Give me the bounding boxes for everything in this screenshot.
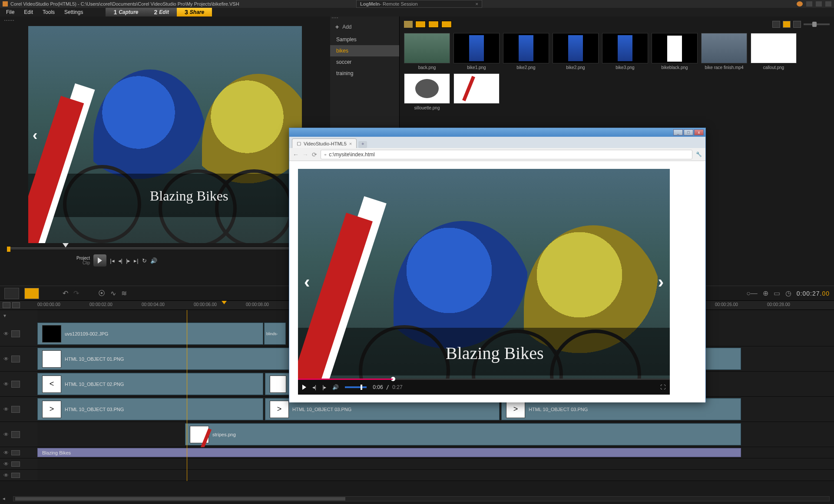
- logmein-close-icon[interactable]: ×: [476, 1, 478, 7]
- video-fullscreen-icon[interactable]: ⛶: [660, 384, 665, 390]
- thumb-back[interactable]: back.png: [404, 33, 450, 70]
- track-visibility-icon[interactable]: 👁: [3, 472, 9, 478]
- step-share[interactable]: 3 Share: [177, 8, 212, 16]
- playhead-line[interactable]: [187, 310, 187, 481]
- timeline-view-button[interactable]: [24, 288, 39, 299]
- clip-overlay-2b[interactable]: [265, 373, 291, 395]
- preview-monitor[interactable]: Blazing Bikes ‹: [28, 26, 302, 243]
- subtitle-icon[interactable]: ≋: [121, 289, 127, 297]
- corel-logo-icon[interactable]: [797, 1, 803, 7]
- menu-settings[interactable]: Settings: [60, 8, 87, 16]
- video-play-icon[interactable]: [302, 385, 306, 390]
- view-list-icon[interactable]: [772, 21, 780, 28]
- html5-video-player[interactable]: Blazing Bikes ‹ › ◂| |▸ 🔊 0:06 / 0:27 ⛶: [298, 169, 670, 395]
- menu-edit[interactable]: Edit: [20, 8, 37, 16]
- preview-prev-icon[interactable]: ‹: [33, 126, 37, 143]
- track-visibility-icon[interactable]: 👁: [3, 450, 9, 456]
- folder-icon[interactable]: [404, 21, 413, 28]
- media-tab-audio[interactable]: [441, 21, 452, 28]
- prev-frame-button[interactable]: ◂|: [118, 257, 122, 264]
- thumb-stripe[interactable]: [453, 73, 500, 110]
- clip-overlay-2a[interactable]: <HTML 10_OBJECT 02.PNG: [37, 373, 263, 395]
- clip-overlay-3a[interactable]: >HTML 10_OBJECT 03.PNG: [37, 398, 263, 420]
- thumb-callout[interactable]: callout.png: [751, 33, 797, 70]
- browser-menu-icon[interactable]: 🔧: [696, 152, 702, 157]
- new-tab-button[interactable]: +: [358, 141, 367, 148]
- thumb-sillouette[interactable]: sillouette.png: [404, 73, 450, 110]
- thumb-race[interactable]: bike race finish.mp4: [701, 33, 747, 70]
- sort-icon[interactable]: [793, 21, 801, 28]
- lib-cat-bikes[interactable]: bikes: [330, 45, 399, 56]
- player-prev-icon[interactable]: ‹: [304, 272, 310, 292]
- zoom-in-icon[interactable]: ⊕: [763, 289, 768, 297]
- browser-window[interactable]: _ □ x ▢ VideoStudio-HTML5 × + ← → ⟳ ▫ c:…: [289, 128, 706, 402]
- track-visibility-icon[interactable]: 👁: [3, 461, 9, 467]
- browser-forward-icon[interactable]: →: [302, 151, 308, 158]
- video-volume-slider[interactable]: [345, 386, 367, 388]
- thumb-bike2[interactable]: bike2.png: [503, 33, 549, 70]
- zoom-slider-icon[interactable]: ○—: [746, 290, 758, 297]
- storyboard-view-button[interactable]: [4, 288, 19, 299]
- view-thumb-icon[interactable]: [783, 21, 791, 28]
- media-tab-photo[interactable]: [428, 21, 439, 28]
- clip-title[interactable]: Blazing Bikes: [37, 448, 741, 457]
- track-visibility-icon[interactable]: 👁: [3, 331, 9, 337]
- thumb-bikeblack[interactable]: bikeblack.png: [652, 33, 698, 70]
- redo-icon[interactable]: ↷: [73, 289, 79, 297]
- lib-cat-training[interactable]: training: [330, 68, 399, 79]
- video-step-back-icon[interactable]: ◂|: [312, 384, 316, 390]
- browser-back-icon[interactable]: ←: [293, 151, 299, 158]
- clip-video-1[interactable]: uvs120109-002.JPG: [37, 323, 263, 345]
- minimize-button[interactable]: [806, 1, 812, 7]
- mark-in-handle[interactable]: [7, 247, 10, 252]
- browser-close-button[interactable]: x: [694, 129, 704, 135]
- player-next-icon[interactable]: ›: [658, 272, 664, 292]
- track-visibility-icon[interactable]: 👁: [3, 406, 9, 412]
- volume-button[interactable]: 🔊: [150, 257, 157, 264]
- record-icon[interactable]: ⦿: [98, 290, 105, 297]
- thumb-bike1[interactable]: bike1.png: [453, 33, 500, 70]
- library-add-button[interactable]: +Add: [330, 20, 399, 34]
- video-progress[interactable]: [298, 379, 670, 380]
- track-visibility-icon[interactable]: 👁: [3, 432, 9, 438]
- step-capture[interactable]: 1 Capture: [106, 8, 146, 16]
- video-mute-icon[interactable]: 🔊: [332, 384, 339, 390]
- menu-tools[interactable]: Tools: [38, 8, 59, 16]
- toggle-all-tracks-icon[interactable]: ▾: [3, 313, 6, 319]
- playback-mode[interactable]: Project Clip: [76, 256, 90, 265]
- media-tab-video[interactable]: [415, 21, 426, 28]
- scrub-playhead-icon[interactable]: [63, 243, 69, 247]
- play-button[interactable]: [93, 254, 106, 267]
- browser-reload-icon[interactable]: ⟳: [312, 151, 317, 158]
- ruler-tool-1[interactable]: [3, 302, 10, 308]
- close-button[interactable]: [825, 1, 831, 7]
- timeline-hscroll[interactable]: [13, 496, 830, 501]
- browser-tab[interactable]: ▢ VideoStudio-HTML5 ×: [292, 138, 357, 148]
- timecode-display[interactable]: 0:00:27.00: [797, 290, 830, 297]
- next-frame-button[interactable]: |▸: [126, 257, 130, 264]
- home-button[interactable]: |◂: [110, 257, 114, 264]
- track-visibility-icon[interactable]: 👁: [3, 381, 9, 387]
- step-edit[interactable]: 2 Edit: [146, 8, 177, 16]
- track-visibility-icon[interactable]: 👁: [3, 356, 9, 362]
- lib-cat-samples[interactable]: Samples: [330, 34, 399, 45]
- scrub-bar[interactable]: ]: [7, 247, 323, 250]
- end-button[interactable]: ▸|: [134, 257, 138, 264]
- browser-minimize-button[interactable]: _: [673, 129, 683, 135]
- repeat-button[interactable]: ↻: [142, 257, 147, 264]
- clip-stripes[interactable]: stripes.png: [185, 423, 741, 445]
- playhead-marker-icon[interactable]: [222, 301, 227, 304]
- clip-transition-blinds[interactable]: blinds-: [264, 323, 286, 345]
- thumb-size-slider[interactable]: [804, 23, 830, 25]
- address-bar[interactable]: ▫ c:\mysite\index.html: [321, 150, 692, 159]
- maximize-button[interactable]: [816, 1, 822, 7]
- lib-cat-soccer[interactable]: soccer: [330, 56, 399, 68]
- undo-icon[interactable]: ↶: [63, 289, 68, 297]
- thumb-bike3[interactable]: bike3.png: [602, 33, 648, 70]
- video-step-fwd-icon[interactable]: |▸: [322, 384, 326, 390]
- menu-file[interactable]: File: [2, 8, 19, 16]
- mixer-icon[interactable]: ∿: [110, 289, 116, 297]
- project-duration-icon[interactable]: ◷: [785, 289, 791, 297]
- hscroll-left-icon[interactable]: ◂: [3, 496, 10, 501]
- tab-close-icon[interactable]: ×: [349, 141, 352, 146]
